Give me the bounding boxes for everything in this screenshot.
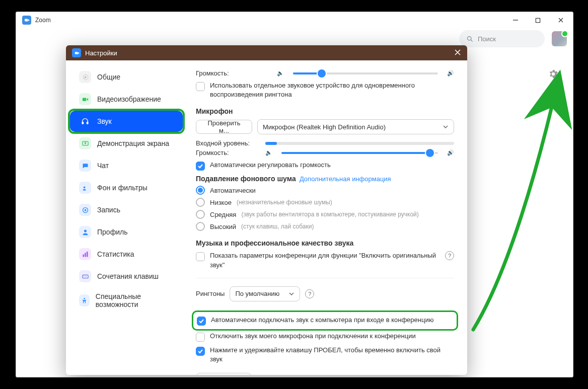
sidebar-item-general[interactable]: Общие bbox=[70, 66, 183, 88]
sidebar-item-chat[interactable]: Чат bbox=[70, 155, 183, 176]
profile-icon bbox=[79, 226, 91, 238]
svg-point-10 bbox=[84, 229, 87, 232]
share-screen-icon bbox=[79, 137, 91, 149]
sidebar-item-video[interactable]: Видеоизображение bbox=[70, 89, 183, 110]
sidebar-item-recording[interactable]: Запись bbox=[70, 199, 183, 220]
sidebar-item-statistics[interactable]: Статистика bbox=[70, 244, 183, 265]
accessibility-icon bbox=[79, 294, 90, 306]
chevron-down-icon bbox=[443, 124, 449, 130]
modal-close-button[interactable] bbox=[454, 49, 461, 57]
noise-option-label: Автоматически bbox=[210, 187, 256, 194]
svg-rect-5 bbox=[87, 122, 88, 124]
noise-auto-radio[interactable] bbox=[196, 186, 205, 195]
settings-content[interactable]: Громкость: 🔈 🔊 Использовать отдельное зв… bbox=[187, 60, 467, 375]
search-icon bbox=[466, 35, 474, 43]
zoom-logo-icon bbox=[72, 48, 81, 57]
maximize-button[interactable] bbox=[527, 13, 549, 28]
push-to-talk-label: Нажмите и удерживайте клавишу ПРОБЕЛ, чт… bbox=[210, 346, 454, 364]
noise-option-label: Высокий bbox=[210, 223, 236, 230]
svg-rect-13 bbox=[87, 251, 88, 257]
help-icon[interactable]: ? bbox=[445, 251, 454, 260]
search-placeholder: Поиск bbox=[478, 35, 496, 43]
auto-join-audio-checkbox[interactable] bbox=[197, 317, 206, 326]
noise-info-link[interactable]: Дополнительная информация bbox=[300, 175, 391, 183]
ringtone-dropdown[interactable]: По умолчанию bbox=[230, 286, 300, 301]
chat-icon bbox=[79, 160, 91, 172]
sidebar-item-label: Видеоизображение bbox=[97, 95, 161, 103]
original-sound-checkbox[interactable] bbox=[196, 252, 205, 261]
sidebar-item-profile[interactable]: Профиль bbox=[70, 221, 183, 243]
auto-adjust-checkbox[interactable] bbox=[196, 162, 205, 171]
noise-heading: Подавление фонового шума bbox=[196, 175, 296, 183]
noise-medium-radio[interactable] bbox=[196, 210, 205, 219]
advanced-button[interactable]: Расширенные bbox=[196, 373, 252, 375]
test-mic-button[interactable]: Проверить м... bbox=[196, 120, 252, 134]
statistics-icon bbox=[79, 248, 91, 260]
auto-join-audio-label: Автоматически подключать звук с компьюте… bbox=[211, 316, 433, 325]
push-to-talk-checkbox[interactable] bbox=[196, 347, 205, 356]
window-title: Zoom bbox=[35, 17, 51, 24]
svg-point-1 bbox=[468, 36, 472, 40]
svg-point-9 bbox=[84, 209, 86, 211]
svg-point-16 bbox=[85, 276, 85, 276]
background-icon bbox=[79, 182, 91, 194]
microphone-dropdown[interactable]: Микрофон (Realtek High Definition Audio) bbox=[257, 119, 454, 134]
sidebar-item-label: Звук bbox=[97, 117, 112, 125]
main-window: Zoom Поиск bbox=[16, 12, 573, 377]
input-level-meter bbox=[265, 142, 454, 145]
sidebar-item-label: Демонстрация экрана bbox=[97, 139, 169, 147]
svg-rect-0 bbox=[536, 18, 540, 22]
zoom-logo-icon bbox=[22, 16, 31, 25]
settings-gear-icon[interactable] bbox=[548, 68, 559, 82]
sidebar-item-background[interactable]: Фон и фильтры bbox=[70, 177, 183, 198]
microphone-heading: Микрофон bbox=[196, 107, 454, 115]
music-heading: Музыка и профессиональное качество звука bbox=[196, 239, 454, 247]
avatar[interactable] bbox=[552, 31, 567, 46]
sidebar-item-label: Профиль bbox=[97, 228, 127, 236]
mic-volume-slider[interactable] bbox=[281, 152, 438, 154]
speaker-high-icon: 🔊 bbox=[447, 70, 454, 76]
mute-on-join-checkbox[interactable] bbox=[196, 333, 205, 342]
chevron-down-icon bbox=[288, 291, 295, 297]
noise-high-radio[interactable] bbox=[196, 222, 205, 231]
gear-icon bbox=[79, 71, 91, 83]
sidebar-item-label: Статистика bbox=[97, 250, 134, 258]
video-icon bbox=[79, 93, 91, 105]
sidebar-item-label: Специальные возможности bbox=[96, 292, 174, 308]
minimize-button[interactable] bbox=[504, 13, 527, 28]
speaker-low-icon: 🔈 bbox=[265, 149, 272, 156]
noise-option-hint: (стук клавиш, лай собаки) bbox=[241, 223, 314, 230]
ringtone-label: Рингтоны bbox=[196, 290, 225, 297]
svg-rect-4 bbox=[82, 122, 84, 124]
sidebar-item-accessibility[interactable]: Специальные возможности bbox=[70, 288, 183, 313]
svg-rect-14 bbox=[82, 275, 88, 278]
mic-selected: Микрофон (Realtek High Definition Audio) bbox=[263, 123, 386, 131]
sidebar-item-label: Фон и фильтры bbox=[97, 184, 148, 192]
svg-point-7 bbox=[83, 186, 85, 188]
help-icon[interactable]: ? bbox=[305, 289, 314, 298]
sidebar-item-label: Чат bbox=[97, 162, 109, 170]
speaker-low-icon: 🔈 bbox=[277, 70, 284, 76]
noise-option-label: Средняя bbox=[210, 211, 236, 218]
noise-option-hint: (незначительные фоновые шумы) bbox=[237, 199, 332, 206]
sidebar-item-share[interactable]: Демонстрация экрана bbox=[70, 133, 183, 154]
auto-adjust-label: Автоматически регулировать громкость bbox=[210, 161, 331, 170]
noise-low-radio[interactable] bbox=[196, 198, 205, 207]
sidebar-item-audio[interactable]: Звук bbox=[70, 111, 183, 132]
sidebar-item-shortcuts[interactable]: Сочетания клавиш bbox=[70, 266, 183, 287]
search-input[interactable]: Поиск bbox=[459, 30, 545, 47]
separate-device-checkbox[interactable] bbox=[196, 82, 205, 91]
mic-volume-label: Громкость: bbox=[196, 149, 260, 157]
record-icon bbox=[79, 204, 91, 216]
speaker-volume-slider[interactable] bbox=[293, 72, 438, 74]
svg-rect-12 bbox=[85, 253, 86, 257]
modal-title: Настройки bbox=[85, 49, 117, 57]
headphones-icon bbox=[79, 115, 91, 127]
noise-option-label: Низкое bbox=[210, 199, 232, 206]
close-button[interactable] bbox=[549, 13, 572, 28]
settings-sidebar: Общие Видеоизображение Звук Демонстрация… bbox=[66, 60, 187, 375]
titlebar: Zoom bbox=[16, 12, 573, 28]
input-level-label: Входной уровень: bbox=[196, 139, 260, 147]
modal-header: Настройки bbox=[66, 45, 467, 60]
svg-point-17 bbox=[86, 276, 86, 276]
